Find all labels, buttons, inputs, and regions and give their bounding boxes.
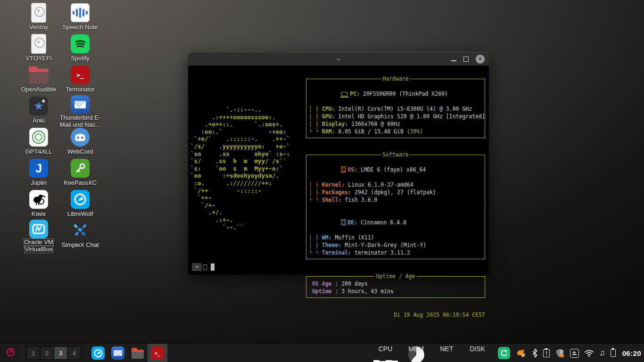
bluetooth-icon[interactable]: [532, 348, 538, 358]
cpu-monitor[interactable]: CPU: [370, 344, 401, 362]
desktop-icon-librewolf[interactable]: LibreWolf: [59, 189, 101, 220]
network-monitor[interactable]: NET: [431, 344, 462, 362]
thunderbird-icon: [71, 95, 90, 114]
panel-separator: [22, 347, 23, 359]
window-titlebar[interactable]: ~ ×: [188, 52, 489, 66]
info-row: PC: 20F5S06R00 (ThinkPad X260): [309, 82, 485, 105]
memory-monitor[interactable]: MEM: [401, 344, 431, 362]
desktop-icon-speech-note[interactable]: Speech Note: [59, 2, 101, 33]
kiwix-bird-icon: [29, 190, 48, 209]
launcher-thunderbird[interactable]: [108, 344, 128, 362]
taskbar-panel: 1 2 3 4 >_ CPU: [0, 343, 644, 362]
desktop-icon-anki[interactable]: ★★ Anki: [18, 95, 59, 126]
panel-clock[interactable]: 06:20: [622, 349, 641, 357]
terminal-content[interactable]: `.-::---.. .:++++ooooosssoo:. .+o++::. `…: [188, 66, 489, 275]
uptime-section-title: Uptime / Age: [374, 273, 416, 280]
info-row: E62AOS: LMDE 6 (faye) x86_64: [309, 158, 485, 181]
info-row: F488DE: Cinnamon 6.4.8: [309, 211, 485, 234]
prompt-path: ~: [192, 263, 202, 271]
spotify-icon: [71, 34, 90, 53]
info-row: └ └ Shell: fish 3.6.0: [309, 196, 485, 204]
desktop-icon-vtoyefi[interactable]: VTOYEFI: [18, 33, 59, 64]
info-row: │ ├ CPU: Intel(R) Core(TM) i5-6300U (4) …: [309, 105, 485, 113]
desktop-icon-kiwix[interactable]: Kiwix: [18, 189, 59, 220]
desktop-icon-spotify[interactable]: Spotify: [59, 33, 101, 64]
os-logo-glyph: E62A: [341, 166, 346, 173]
desktop-icon-ventoy[interactable]: Ventoy: [18, 2, 59, 33]
workspace-1[interactable]: 1: [27, 347, 40, 359]
desktop-icon-openaudible[interactable]: OpenAudible: [18, 64, 59, 95]
info-row: │ ├ GPU: Intel HD Graphics 520 @ 1.00 GH…: [309, 113, 485, 120]
speech-note-icon: [71, 3, 90, 22]
info-row: │ ├ Packages: 2942 (dpkg), 27 (flatpak): [309, 189, 485, 196]
folder-icon: [29, 69, 49, 84]
info-row: └ └ Terminal: terminator 3.11.2: [309, 249, 485, 256]
librewolf-icon: [71, 190, 90, 209]
info-row: Uptime : 3 hours, 43 mins: [309, 288, 485, 295]
removable-drive-icon[interactable]: [570, 349, 579, 358]
desktop-icon-webcord[interactable]: WebCord: [59, 126, 101, 157]
shell-prompt[interactable]: ~: [192, 263, 215, 271]
clipboard-alert-icon[interactable]: [543, 349, 550, 357]
info-row: │ ├ Theme: Mint-Y-Dark-Grey (Mint-Y): [309, 241, 485, 249]
launcher-terminator-active[interactable]: >_: [148, 344, 167, 362]
desktop-icon-gpt4all[interactable]: GPT4ALL: [18, 126, 59, 157]
workspace-3-active[interactable]: 3: [54, 347, 67, 359]
info-row: │ ├ WM: Muffin (X11): [309, 234, 485, 241]
desktop-icon-thunderbird[interactable]: Thunderbird E- Mail und Nac...: [59, 95, 101, 126]
workspace-4[interactable]: 4: [68, 347, 81, 359]
shield-update-icon[interactable]: [555, 348, 565, 358]
desktop-icon-terminator[interactable]: >_ Terminator: [59, 64, 101, 95]
virtualbox-icon: [29, 220, 48, 239]
battery-icon[interactable]: [611, 349, 616, 357]
maximize-button[interactable]: [463, 57, 469, 62]
minimize-button[interactable]: [451, 57, 456, 61]
filesync-icon[interactable]: [515, 347, 527, 359]
menu-button-debian-icon[interactable]: [3, 345, 20, 362]
prompt-separator-glyph: [203, 264, 207, 270]
cpu-graph: [373, 360, 398, 362]
webcord-icon: [69, 126, 91, 148]
hardware-section: Hardware PC: 20F5S06R00 (ThinkPad X260) …: [306, 79, 485, 138]
simplex-icon: [69, 220, 91, 241]
workspace-2[interactable]: 2: [41, 347, 53, 359]
software-section-title: Software: [381, 151, 410, 158]
laptop-icon: [341, 92, 347, 96]
software-section: Software E62AOS: LMDE 6 (faye) x86_64 │ …: [306, 155, 485, 259]
workspace-switcher: 1 2 3 4: [26, 346, 82, 360]
de-logo-glyph: F488: [341, 219, 346, 225]
desktop-icon-grid: Ventoy Speech Note VTOYEFI Spotify OpenA…: [18, 2, 101, 251]
anki-star-icon: ★★: [29, 97, 48, 115]
joplin-icon: J: [29, 159, 48, 178]
drive-icon: [31, 3, 46, 23]
media-note-icon[interactable]: ♫: [599, 348, 605, 358]
uptime-section: Uptime / Age OS Age : 209 days Uptime : …: [306, 276, 485, 298]
desktop-icon-virtualbox[interactable]: Oracle VM VirtualBox: [18, 220, 59, 251]
keepassxc-key-icon: [71, 159, 90, 178]
drive-icon: [31, 34, 46, 54]
info-row: OS Age : 209 days: [309, 280, 485, 288]
thunderbird-icon: [111, 346, 124, 360]
terminator-icon: >_: [151, 346, 164, 360]
system-tray: ♫ 06:20: [498, 344, 641, 362]
info-row: │ ├ Display: 644x362 @ 60Hz: [309, 120, 485, 128]
desktop-icon-keepassxc[interactable]: KeePassXC: [59, 157, 101, 189]
datetime-line: Di 19 Aug 2025 06:19:54 CEST: [306, 312, 485, 318]
lmde-ascii-logo: `.-::---.. .:++++ooooosssoo:. .+o++::. `…: [190, 106, 290, 231]
desktop-icon-simplex-chat[interactable]: SimpleX Chat: [59, 220, 101, 251]
system-monitors: CPU MEM NET DISK: [370, 344, 493, 362]
close-button[interactable]: ×: [476, 55, 485, 64]
gpt4all-icon: [29, 128, 48, 147]
hardware-section-title: Hardware: [381, 75, 410, 82]
terminator-icon: >_: [71, 66, 90, 84]
disk-monitor[interactable]: DISK: [462, 344, 493, 362]
wifi-icon[interactable]: [584, 349, 594, 357]
file-manager-folder-icon: [132, 350, 144, 359]
launcher-files[interactable]: [128, 344, 148, 362]
syncthing-icon[interactable]: [498, 347, 510, 359]
launcher-librewolf[interactable]: [88, 344, 108, 362]
terminal-window: ~ × `.-::---.. .:++++ooooosssoo:. .+o++:…: [188, 52, 489, 275]
terminal-cursor: [211, 263, 215, 271]
desktop-icon-joplin[interactable]: J Joplin: [18, 157, 59, 189]
window-title: ~: [188, 56, 489, 63]
